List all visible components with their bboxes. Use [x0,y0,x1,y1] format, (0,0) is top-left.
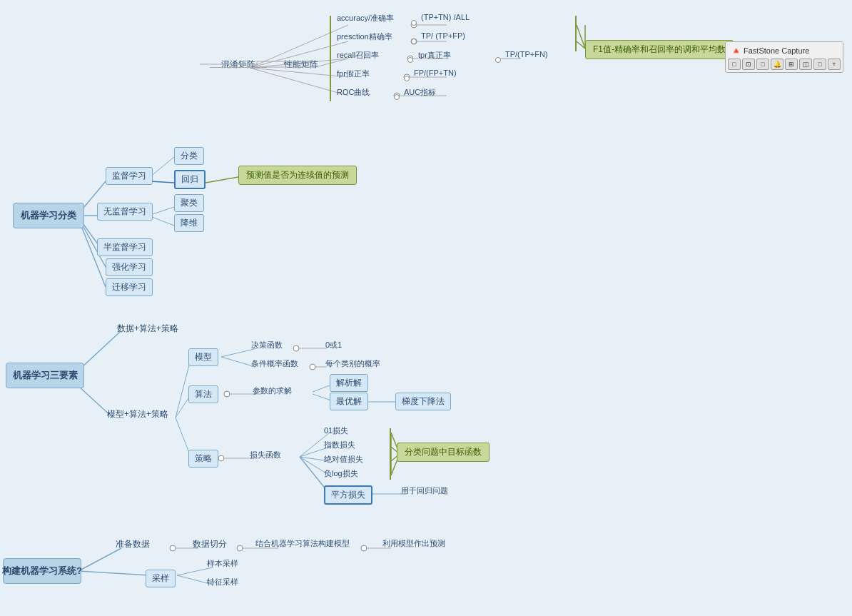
feature-sample-label: 特征采样 [207,577,238,587]
cond-prob-label: 条件概率函数 [251,358,298,369]
roc-label: ROC曲线 [337,87,370,98]
svg-line-17 [577,25,585,49]
svg-point-46 [218,455,224,461]
strategy-node[interactable]: 策略 [188,450,218,468]
faststone-icon: 🔺 [731,46,741,56]
fpr-label: fpr假正率 [337,69,370,79]
predict-label: 利用模型作出预测 [382,538,445,549]
loss-square-node[interactable]: 平方损失 [324,485,372,505]
svg-line-59 [78,548,121,571]
svg-line-25 [150,157,174,177]
each-prob-label: 每个类别的概率 [325,358,380,369]
faststone-toolbar[interactable]: 🔺 FastStone Capture □ ⊡ □ 🔔 ⊞ ◫ □ + [725,41,843,73]
fs-btn-7[interactable]: □ [813,59,826,70]
fs-btn-8[interactable]: + [828,59,841,70]
presction-circle [411,39,417,44]
tp-fp-label: TP/ (TP+FP) [421,31,465,40]
presction-label: presction精确率 [337,31,392,42]
tpr-label: tpr真正率 [418,50,451,61]
classification-node[interactable]: 分类 [174,147,204,165]
svg-point-39 [310,364,315,370]
green-class-node: 分类问题中目标函数 [397,443,490,462]
confusion-matrix-label: 混淆矩阵 [210,59,267,71]
main-node-three-elements[interactable]: 机器学习三要素 [6,363,84,388]
data-split-label: 数据切分 [193,538,227,550]
f1-green-node: F1值-精确率和召回率的调和平均数 [585,40,734,59]
tp-tn-all-label: (TP+TN) /ALL [421,13,470,21]
reinforcement-node[interactable]: 强化学习 [106,258,153,276]
dimensionality-node[interactable]: 降维 [174,214,204,232]
svg-line-29 [206,177,238,183]
main-node-ml-classification[interactable]: 机器学习分类 [13,203,84,228]
gradient-node[interactable]: 梯度下降法 [395,393,451,410]
algorithm-node[interactable]: 算法 [188,385,218,403]
svg-line-60 [78,571,150,575]
faststone-buttons[interactable]: □ ⊡ □ 🔔 ⊞ ◫ □ + [728,59,841,70]
regression-node[interactable]: 回归 [174,170,206,189]
roc-circle [394,94,400,100]
model-algo-label: 模型+算法+策略 [107,408,168,420]
prep-data-label: 准备数据 [116,538,150,550]
sample-method-label: 样本采样 [207,558,238,569]
fs-btn-1[interactable]: □ [728,59,741,70]
data-algo-label: 数据+算法+策略 [117,323,178,335]
svg-point-61 [170,545,176,551]
svg-line-18 [577,41,585,49]
auc-label: AUC指标 [404,87,436,98]
mindmap-canvas: 混淆矩阵 性能矩阵 accuracy/准确率 (TP+TN) /ALL pres… [0,0,852,616]
tp-fn-label: TP/(TP+FN) [505,50,548,59]
loss01-label: 01损失 [324,425,348,436]
main-node-build-system[interactable]: 构建机器学习系统? [3,558,81,584]
svg-point-63 [237,545,243,551]
param-solve-label: 参数的求解 [253,385,292,396]
fp-fp-tn-label: FP/(FP+TN) [414,69,457,77]
supervised-learning-node[interactable]: 监督学习 [106,167,153,185]
tpr-circle [495,57,501,63]
decision-func-label: 决策函数 [251,340,283,350]
svg-point-41 [224,391,230,397]
recall-label: recall召回率 [337,50,379,61]
build-model-label: 结合机器学习算法构建模型 [255,538,350,549]
accuracy-label: accuracy/准确率 [337,13,394,24]
faststone-title: 🔺 FastStone Capture [728,44,841,57]
regression-use-label: 用于回归问题 [401,485,448,496]
analytic-node[interactable]: 解析解 [330,374,368,392]
semi-supervised-node[interactable]: 半监督学习 [97,238,153,256]
clustering-node[interactable]: 聚类 [174,194,204,212]
loss-exp-label: 指数损失 [324,440,355,450]
fs-btn-4[interactable]: 🔔 [771,59,783,70]
svg-point-37 [293,345,299,351]
fs-btn-2[interactable]: ⊡ [742,59,755,70]
loss-abs-label: 绝对值损失 [324,454,363,465]
sampling-node[interactable]: 采样 [146,570,176,587]
transfer-node[interactable]: 迁移学习 [106,278,153,296]
optimal-node[interactable]: 最优解 [330,393,368,410]
green-predict-node: 预测值是否为连续值的预测 [238,166,357,185]
svg-line-4 [250,68,348,96]
loss-neglog-label: 负log损失 [324,468,358,479]
zero-one-label: 0或1 [325,340,342,350]
svg-point-65 [361,545,367,551]
fpr-circle [404,76,410,81]
fs-btn-6[interactable]: ◫ [799,59,812,70]
model-node[interactable]: 模型 [188,348,218,366]
svg-line-36 [221,357,255,367]
perf-matrix-label: 性能矩阵 [273,59,330,71]
unsupervised-node[interactable]: 无监督学习 [97,203,153,221]
recall-circle [407,57,413,63]
loss-func-label: 损失函数 [250,450,281,460]
fs-btn-3[interactable]: □ [756,59,769,70]
svg-line-26 [150,181,174,183]
fs-btn-5[interactable]: ⊞ [785,59,798,70]
accuracy-circle [411,20,417,26]
